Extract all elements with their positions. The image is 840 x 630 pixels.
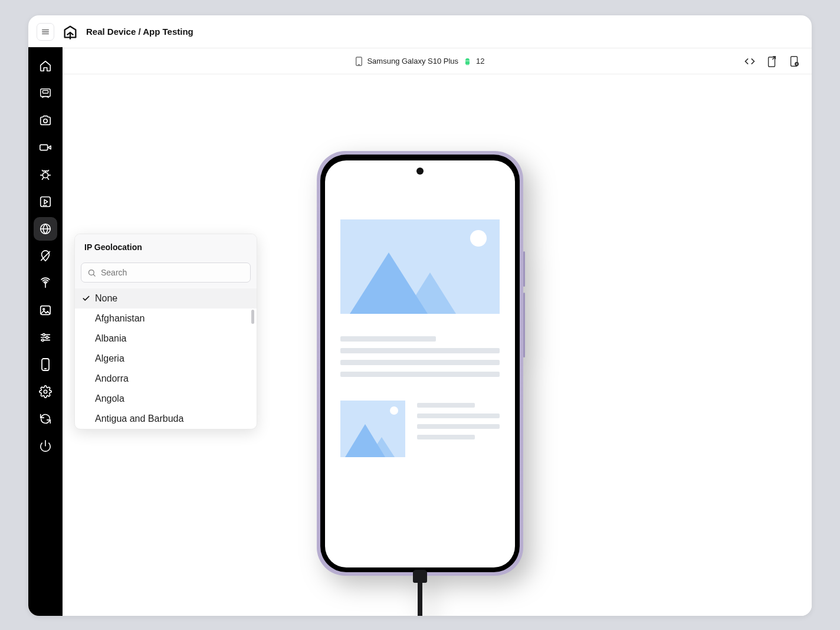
list-item-label: Afghanistan — [95, 313, 145, 324]
location-list[interactable]: None Afghanistan Albania Algeria Andorra… — [75, 288, 257, 429]
list-item-label: Angola — [95, 393, 124, 404]
sidebar-apps[interactable] — [34, 81, 57, 105]
device-share-button[interactable] — [766, 55, 779, 68]
list-item[interactable]: Andorra — [75, 369, 257, 389]
sidebar-settings[interactable] — [34, 380, 57, 403]
list-item-label: Andorra — [95, 373, 129, 384]
list-item-label: None — [95, 293, 117, 304]
list-item[interactable]: Algeria — [75, 349, 257, 369]
phone-outline-icon — [355, 57, 362, 66]
app-frame: Real Device / App Testing Samsung Galaxy… — [28, 15, 812, 616]
device-cable — [414, 570, 426, 616]
device-side-button — [523, 293, 525, 357]
list-item[interactable]: Afghanistan — [75, 309, 257, 329]
svg-point-28 — [42, 334, 45, 336]
svg-point-13 — [44, 119, 47, 123]
sidebar-power[interactable] — [34, 434, 57, 458]
svg-rect-14 — [40, 145, 48, 150]
screen-placeholder-content — [325, 160, 515, 457]
breadcrumb: Real Device / App Testing — [86, 27, 193, 37]
list-item-label: Albania — [95, 333, 126, 344]
list-item[interactable]: Angola — [75, 389, 257, 409]
list-item[interactable]: None — [75, 288, 257, 309]
sidebar-sync[interactable] — [34, 407, 57, 431]
search-input[interactable] — [101, 268, 244, 277]
sidebar-sliders[interactable] — [34, 326, 57, 349]
list-item-label: Algeria — [95, 353, 124, 364]
svg-line-10 — [93, 274, 95, 276]
check-icon — [82, 294, 90, 303]
sidebar-network[interactable] — [34, 271, 57, 295]
sidebar-screenshot[interactable] — [34, 109, 57, 132]
search-field-wrap — [81, 262, 251, 283]
device-settings-button[interactable] — [788, 55, 801, 68]
sidebar-gps[interactable] — [34, 244, 57, 268]
sidebar-bug[interactable] — [34, 163, 57, 186]
scrollbar-thumb[interactable] — [251, 310, 254, 324]
os-version: 12 — [476, 57, 484, 65]
sidebar-gallery[interactable] — [34, 298, 57, 322]
sidebar-device[interactable] — [34, 353, 57, 376]
svg-point-33 — [44, 390, 47, 393]
sidebar-play[interactable] — [34, 190, 57, 214]
svg-point-15 — [42, 172, 48, 178]
search-icon — [87, 268, 96, 277]
popover-title: IP Geolocation — [75, 234, 257, 259]
svg-point-9 — [89, 270, 94, 275]
camera-dot — [416, 168, 424, 175]
svg-marker-17 — [44, 199, 48, 204]
sidebar-record[interactable] — [34, 136, 57, 159]
topbar: Real Device / App Testing — [28, 15, 812, 48]
svg-point-30 — [42, 339, 44, 342]
devtools-button[interactable] — [743, 55, 756, 68]
ip-geolocation-popover: IP Geolocation None Afghanistan Albania … — [74, 234, 257, 429]
svg-point-29 — [46, 336, 48, 339]
sidebar-home[interactable] — [34, 54, 57, 78]
device-mock — [317, 151, 523, 576]
list-item[interactable]: Albania — [75, 329, 257, 349]
sidebar — [28, 47, 63, 616]
svg-rect-23 — [41, 306, 51, 315]
hamburger-menu-button[interactable] — [37, 23, 54, 41]
svg-point-24 — [43, 309, 45, 310]
list-item-label: Antigua and Barbuda — [95, 414, 183, 424]
list-item[interactable]: Antigua and Barbuda — [75, 409, 257, 429]
placeholder-image — [340, 219, 500, 314]
sidebar-geolocation[interactable] — [34, 217, 57, 241]
device-screen[interactable] — [325, 160, 515, 567]
svg-rect-12 — [42, 90, 48, 93]
svg-rect-11 — [41, 89, 51, 97]
device-info-bar: Samsung Galaxy S10 Plus 12 — [28, 48, 812, 74]
device-side-button — [523, 251, 525, 287]
android-icon — [463, 57, 471, 65]
placeholder-image — [340, 401, 405, 457]
device-name: Samsung Galaxy S10 Plus — [367, 57, 458, 65]
canvas-area: IP Geolocation None Afghanistan Albania … — [28, 74, 812, 616]
logo-icon — [61, 23, 79, 41]
device-label: Samsung Galaxy S10 Plus 12 — [355, 57, 484, 66]
